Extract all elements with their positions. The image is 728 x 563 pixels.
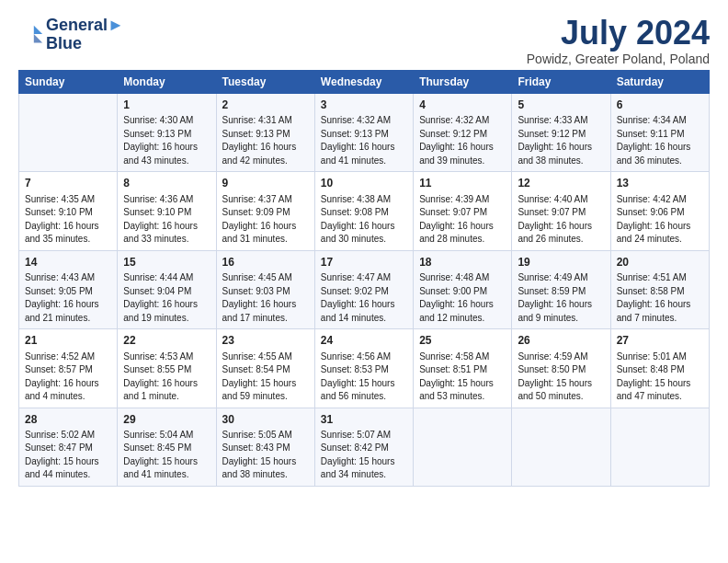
cell-info: Sunrise: 4:59 AMSunset: 8:50 PMDaylight:… bbox=[518, 350, 604, 404]
cell-info: Sunrise: 4:45 AMSunset: 9:03 PMDaylight:… bbox=[222, 271, 309, 325]
cell-info: Sunrise: 5:04 AMSunset: 8:45 PMDaylight:… bbox=[123, 429, 210, 482]
header-day-wednesday: Wednesday bbox=[314, 71, 413, 94]
cell-2-3: 9Sunrise: 4:37 AMSunset: 9:09 PMDaylight… bbox=[216, 172, 314, 250]
header-day-saturday: Saturday bbox=[610, 71, 709, 94]
cell-info: Sunrise: 4:40 AMSunset: 9:07 PMDaylight:… bbox=[518, 193, 604, 247]
day-number: 28 bbox=[25, 412, 111, 428]
cell-5-3: 30Sunrise: 5:05 AMSunset: 8:43 PMDayligh… bbox=[216, 408, 314, 486]
day-number: 23 bbox=[222, 333, 309, 349]
header-day-thursday: Thursday bbox=[414, 71, 512, 94]
cell-2-7: 13Sunrise: 4:42 AMSunset: 9:06 PMDayligh… bbox=[610, 172, 709, 250]
day-number: 6 bbox=[617, 98, 703, 113]
day-number: 26 bbox=[518, 333, 604, 349]
cell-1-1 bbox=[19, 94, 118, 172]
cell-info: Sunrise: 4:32 AMSunset: 9:12 PMDaylight:… bbox=[419, 114, 506, 167]
day-number: 11 bbox=[419, 176, 506, 191]
day-number: 10 bbox=[321, 176, 407, 191]
cell-1-3: 2Sunrise: 4:31 AMSunset: 9:13 PMDaylight… bbox=[216, 94, 314, 172]
cell-info: Sunrise: 5:02 AMSunset: 8:47 PMDaylight:… bbox=[25, 429, 111, 482]
logo-text: General► Blue bbox=[46, 17, 124, 53]
cell-3-1: 14Sunrise: 4:43 AMSunset: 9:05 PMDayligh… bbox=[19, 250, 118, 328]
day-number: 1 bbox=[123, 98, 210, 113]
day-number: 14 bbox=[25, 255, 111, 270]
day-number: 30 bbox=[222, 412, 309, 428]
subtitle: Powidz, Greater Poland, Poland bbox=[527, 52, 710, 66]
day-number: 29 bbox=[123, 412, 210, 428]
cell-3-4: 17Sunrise: 4:47 AMSunset: 9:02 PMDayligh… bbox=[314, 250, 413, 328]
cell-info: Sunrise: 5:07 AMSunset: 8:42 PMDaylight:… bbox=[321, 429, 407, 482]
cell-4-2: 22Sunrise: 4:53 AMSunset: 8:55 PMDayligh… bbox=[118, 329, 216, 408]
week-row-4: 21Sunrise: 4:52 AMSunset: 8:57 PMDayligh… bbox=[19, 329, 710, 408]
week-row-3: 14Sunrise: 4:43 AMSunset: 9:05 PMDayligh… bbox=[19, 250, 710, 328]
cell-2-1: 7Sunrise: 4:35 AMSunset: 9:10 PMDaylight… bbox=[19, 172, 118, 250]
week-row-5: 28Sunrise: 5:02 AMSunset: 8:47 PMDayligh… bbox=[19, 408, 710, 486]
logo-icon bbox=[18, 22, 44, 48]
cell-4-7: 27Sunrise: 5:01 AMSunset: 8:48 PMDayligh… bbox=[610, 329, 709, 408]
cell-info: Sunrise: 4:55 AMSunset: 8:54 PMDaylight:… bbox=[222, 350, 309, 404]
cell-3-3: 16Sunrise: 4:45 AMSunset: 9:03 PMDayligh… bbox=[216, 250, 314, 328]
day-number: 21 bbox=[25, 333, 111, 349]
cell-3-2: 15Sunrise: 4:44 AMSunset: 9:04 PMDayligh… bbox=[118, 250, 216, 328]
cell-info: Sunrise: 4:39 AMSunset: 9:07 PMDaylight:… bbox=[419, 193, 506, 247]
cell-5-7 bbox=[610, 408, 709, 486]
cell-info: Sunrise: 4:58 AMSunset: 8:51 PMDaylight:… bbox=[419, 350, 506, 404]
day-number: 2 bbox=[222, 98, 309, 113]
day-number: 3 bbox=[321, 98, 407, 113]
cell-5-6 bbox=[512, 408, 610, 486]
cell-info: Sunrise: 4:34 AMSunset: 9:11 PMDaylight:… bbox=[617, 114, 703, 167]
cell-4-5: 25Sunrise: 4:58 AMSunset: 8:51 PMDayligh… bbox=[414, 329, 512, 408]
title-block: July 2024 Powidz, Greater Poland, Poland bbox=[527, 17, 710, 66]
cell-5-4: 31Sunrise: 5:07 AMSunset: 8:42 PMDayligh… bbox=[314, 408, 413, 486]
page: General► Blue July 2024 Powidz, Greater … bbox=[0, 0, 728, 496]
cell-4-4: 24Sunrise: 4:56 AMSunset: 8:53 PMDayligh… bbox=[314, 329, 413, 408]
cell-info: Sunrise: 4:36 AMSunset: 9:10 PMDaylight:… bbox=[123, 193, 210, 247]
cell-4-3: 23Sunrise: 4:55 AMSunset: 8:54 PMDayligh… bbox=[216, 329, 314, 408]
cell-2-2: 8Sunrise: 4:36 AMSunset: 9:10 PMDaylight… bbox=[118, 172, 216, 250]
day-number: 20 bbox=[617, 255, 703, 270]
logo: General► Blue bbox=[18, 17, 124, 53]
cell-info: Sunrise: 4:38 AMSunset: 9:08 PMDaylight:… bbox=[321, 193, 407, 247]
cell-2-6: 12Sunrise: 4:40 AMSunset: 9:07 PMDayligh… bbox=[512, 172, 610, 250]
cell-info: Sunrise: 4:42 AMSunset: 9:06 PMDaylight:… bbox=[617, 193, 703, 247]
cell-3-5: 18Sunrise: 4:48 AMSunset: 9:00 PMDayligh… bbox=[414, 250, 512, 328]
cell-1-5: 4Sunrise: 4:32 AMSunset: 9:12 PMDaylight… bbox=[414, 94, 512, 172]
day-number: 31 bbox=[321, 412, 407, 428]
calendar-table: SundayMondayTuesdayWednesdayThursdayFrid… bbox=[18, 70, 710, 487]
cell-2-5: 11Sunrise: 4:39 AMSunset: 9:07 PMDayligh… bbox=[414, 172, 512, 250]
cell-info: Sunrise: 4:35 AMSunset: 9:10 PMDaylight:… bbox=[25, 193, 111, 247]
cell-info: Sunrise: 4:33 AMSunset: 9:12 PMDaylight:… bbox=[518, 114, 604, 167]
cell-1-4: 3Sunrise: 4:32 AMSunset: 9:13 PMDaylight… bbox=[314, 94, 413, 172]
day-number: 22 bbox=[123, 333, 210, 349]
cell-4-6: 26Sunrise: 4:59 AMSunset: 8:50 PMDayligh… bbox=[512, 329, 610, 408]
cell-1-7: 6Sunrise: 4:34 AMSunset: 9:11 PMDaylight… bbox=[610, 94, 709, 172]
svg-marker-1 bbox=[34, 34, 42, 42]
cell-info: Sunrise: 4:44 AMSunset: 9:04 PMDaylight:… bbox=[123, 271, 210, 325]
day-number: 4 bbox=[419, 98, 506, 113]
svg-marker-0 bbox=[34, 26, 42, 34]
cell-1-2: 1Sunrise: 4:30 AMSunset: 9:13 PMDaylight… bbox=[118, 94, 216, 172]
cell-3-7: 20Sunrise: 4:51 AMSunset: 8:58 PMDayligh… bbox=[610, 250, 709, 328]
cell-4-1: 21Sunrise: 4:52 AMSunset: 8:57 PMDayligh… bbox=[19, 329, 118, 408]
cell-info: Sunrise: 5:05 AMSunset: 8:43 PMDaylight:… bbox=[222, 429, 309, 482]
cell-info: Sunrise: 4:32 AMSunset: 9:13 PMDaylight:… bbox=[321, 114, 407, 167]
day-number: 27 bbox=[617, 333, 703, 349]
day-number: 9 bbox=[222, 176, 309, 191]
day-number: 16 bbox=[222, 255, 309, 270]
day-number: 8 bbox=[123, 176, 210, 191]
cell-info: Sunrise: 4:48 AMSunset: 9:00 PMDaylight:… bbox=[419, 271, 506, 325]
cell-5-1: 28Sunrise: 5:02 AMSunset: 8:47 PMDayligh… bbox=[19, 408, 118, 486]
cell-info: Sunrise: 4:53 AMSunset: 8:55 PMDaylight:… bbox=[123, 350, 210, 404]
cell-info: Sunrise: 4:56 AMSunset: 8:53 PMDaylight:… bbox=[321, 350, 407, 404]
day-number: 13 bbox=[617, 176, 703, 191]
day-number: 12 bbox=[518, 176, 604, 191]
cell-3-6: 19Sunrise: 4:49 AMSunset: 8:59 PMDayligh… bbox=[512, 250, 610, 328]
day-number: 15 bbox=[123, 255, 210, 270]
day-number: 18 bbox=[419, 255, 506, 270]
day-number: 7 bbox=[25, 176, 111, 191]
day-number: 24 bbox=[321, 333, 407, 349]
header-day-monday: Monday bbox=[118, 71, 216, 94]
cell-info: Sunrise: 4:47 AMSunset: 9:02 PMDaylight:… bbox=[321, 271, 407, 325]
cell-1-6: 5Sunrise: 4:33 AMSunset: 9:12 PMDaylight… bbox=[512, 94, 610, 172]
week-row-1: 1Sunrise: 4:30 AMSunset: 9:13 PMDaylight… bbox=[19, 94, 710, 172]
cell-info: Sunrise: 4:49 AMSunset: 8:59 PMDaylight:… bbox=[518, 271, 604, 325]
